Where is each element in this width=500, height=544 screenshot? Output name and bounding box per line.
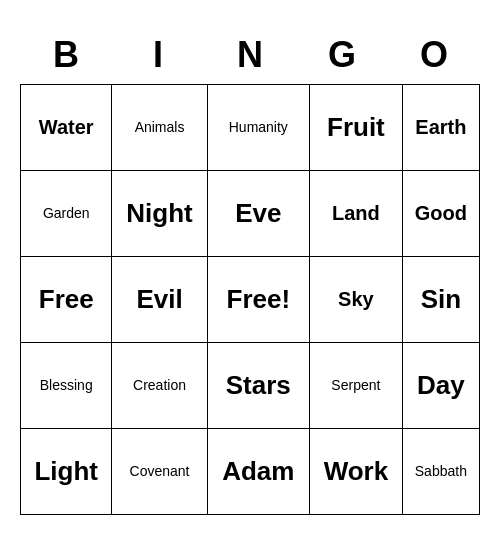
table-row: BlessingCreationStarsSerpentDay (21, 342, 480, 428)
bingo-cell: Sabbath (402, 428, 479, 514)
bingo-cell: Free (21, 256, 112, 342)
header-letter: G (296, 30, 388, 84)
bingo-header: BINGO (20, 30, 480, 84)
table-row: FreeEvilFree!SkySin (21, 256, 480, 342)
header-letter: N (204, 30, 296, 84)
table-row: WaterAnimalsHumanityFruitEarth (21, 84, 480, 170)
bingo-cell: Water (21, 84, 112, 170)
bingo-cell: Fruit (310, 84, 403, 170)
table-row: LightCovenantAdamWorkSabbath (21, 428, 480, 514)
bingo-cell: Day (402, 342, 479, 428)
bingo-cell: Animals (112, 84, 207, 170)
bingo-cell: Work (310, 428, 403, 514)
bingo-grid: WaterAnimalsHumanityFruitEarthGardenNigh… (20, 84, 480, 515)
bingo-cell: Eve (207, 170, 309, 256)
bingo-cell: Sky (310, 256, 403, 342)
bingo-cell: Land (310, 170, 403, 256)
bingo-cell: Adam (207, 428, 309, 514)
bingo-cell: Earth (402, 84, 479, 170)
bingo-cell: Garden (21, 170, 112, 256)
bingo-cell: Stars (207, 342, 309, 428)
table-row: GardenNightEveLandGood (21, 170, 480, 256)
header-letter: B (20, 30, 112, 84)
bingo-cell: Light (21, 428, 112, 514)
bingo-cell: Blessing (21, 342, 112, 428)
header-letter: O (388, 30, 480, 84)
bingo-cell: Night (112, 170, 207, 256)
bingo-cell: Good (402, 170, 479, 256)
header-letter: I (112, 30, 204, 84)
bingo-cell: Sin (402, 256, 479, 342)
bingo-cell: Evil (112, 256, 207, 342)
bingo-cell: Humanity (207, 84, 309, 170)
bingo-cell: Creation (112, 342, 207, 428)
bingo-cell: Free! (207, 256, 309, 342)
bingo-cell: Serpent (310, 342, 403, 428)
bingo-cell: Covenant (112, 428, 207, 514)
